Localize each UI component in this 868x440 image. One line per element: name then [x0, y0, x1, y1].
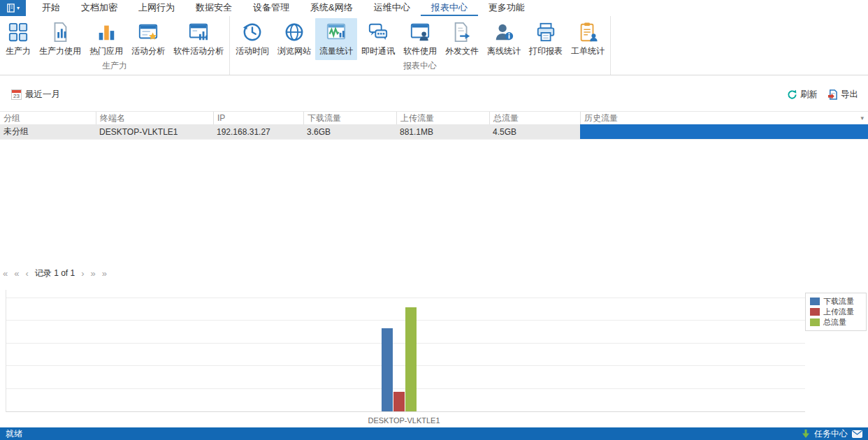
status-bar: 就绪 任务中心	[0, 427, 868, 440]
traffic-bar-chart: DESKTOP-VLKTLE1 下载流量 上传流量 总流量	[0, 284, 868, 426]
export-label: 导出	[841, 89, 858, 101]
first-page-icon[interactable]: «	[3, 269, 8, 278]
app-menu-button[interactable]: ▾	[0, 0, 26, 16]
tab-web-behavior[interactable]: 上网行为	[128, 0, 185, 16]
clipboard-user-icon	[577, 20, 599, 44]
ribbon-item-browse-websites[interactable]: 浏览网站	[273, 18, 315, 60]
toolbar-right: 刷新 导出	[787, 89, 858, 101]
refresh-button[interactable]: 刷新	[787, 89, 818, 101]
ribbon-item-offline-stats[interactable]: 离线统计	[483, 18, 525, 60]
column-header-download[interactable]: 下载流量	[303, 112, 396, 124]
ribbon-item-activity-analysis[interactable]: 活动分析	[127, 18, 169, 60]
ribbon-item-hot-apps[interactable]: 热门应用	[85, 18, 127, 60]
clock-icon	[241, 20, 263, 44]
ribbon-item-activity-time[interactable]: 活动时间	[231, 18, 273, 60]
ribbon-item-software-usage[interactable]: 软件使用	[399, 18, 441, 60]
table-row[interactable]: 未分组 DESKTOP-VLKTLE1 192.168.31.27 3.6GB …	[0, 124, 868, 140]
notebook-icon	[6, 3, 15, 13]
cell-history-bar	[580, 124, 868, 139]
record-count-label: 记录 1 of 1	[35, 267, 75, 279]
app-window: ▾ 开始 文档加密 上网行为 数据安全 设备管理 系统&网络 运维中心 报表中心…	[0, 0, 868, 440]
chevron-down-icon: ▾	[17, 6, 20, 11]
fast-next-page-icon[interactable]: »	[91, 269, 96, 278]
ribbon-item-label: 浏览网站	[277, 45, 311, 57]
chart-plot-area	[6, 290, 805, 412]
chevron-down-icon[interactable]: ▾	[860, 115, 864, 122]
ribbon-item-instant-messaging[interactable]: 即时通讯	[357, 18, 399, 60]
bar-download[interactable]	[382, 328, 393, 411]
window-bars-icon	[187, 20, 210, 44]
window-star-icon	[137, 20, 159, 44]
legend-item-total[interactable]: 总流量	[810, 317, 862, 328]
tab-ops-center[interactable]: 运维中心	[363, 0, 421, 16]
export-button[interactable]: 导出	[827, 89, 858, 101]
globe-icon	[283, 20, 305, 44]
ribbon-item-label: 生产力	[6, 45, 31, 57]
tab-report-center[interactable]: 报表中心	[421, 0, 478, 16]
ribbon-item-label: 活动分析	[131, 45, 165, 57]
tab-data-security[interactable]: 数据安全	[185, 0, 243, 16]
user-info-icon	[493, 20, 515, 44]
bar-chart-icon	[95, 20, 117, 44]
ribbon: 生产力 生产力使用 热门应用 活动分析 软件活动分析	[0, 16, 868, 75]
ribbon-item-software-activity-analysis[interactable]: 软件活动分析	[169, 18, 228, 60]
tab-system-network[interactable]: 系统&网络	[300, 0, 363, 16]
status-ready-label: 就绪	[6, 428, 22, 440]
ribbon-item-label: 即时通讯	[361, 45, 395, 57]
fast-prev-page-icon[interactable]: «	[14, 269, 19, 278]
window-user-icon	[409, 20, 431, 44]
tab-device-mgmt[interactable]: 设备管理	[243, 0, 300, 16]
menu-tabs: 开始 文档加密 上网行为 数据安全 设备管理 系统&网络 运维中心 报表中心 更…	[31, 0, 535, 16]
column-header-terminal[interactable]: 终端名	[96, 112, 213, 124]
column-header-history[interactable]: 历史流量▾	[580, 112, 868, 124]
ribbon-item-outgoing-files[interactable]: 外发文件	[441, 18, 483, 60]
tab-start[interactable]: 开始	[31, 0, 71, 16]
ribbon-item-productivity[interactable]: 生产力	[1, 18, 35, 60]
bar-upload[interactable]	[393, 392, 405, 412]
legend-swatch-upload	[810, 308, 820, 316]
cell-terminal: DESKTOP-VLKTLE1	[96, 124, 213, 139]
ribbon-item-label: 工单统计	[571, 45, 605, 57]
date-range-filter[interactable]: 23 最近一月	[11, 89, 60, 101]
column-header-history-label: 历史流量	[584, 112, 618, 124]
column-header-ip[interactable]: IP	[213, 112, 303, 124]
legend-item-upload[interactable]: 上传流量	[810, 307, 862, 317]
ribbon-item-label: 软件使用	[403, 45, 437, 57]
message-icon[interactable]	[852, 430, 862, 438]
ribbon-item-ticket-stats[interactable]: 工单统计	[567, 18, 609, 60]
traffic-stats-icon	[325, 20, 347, 44]
next-page-icon[interactable]: ›	[81, 269, 84, 278]
prev-page-icon[interactable]: ‹	[25, 269, 28, 278]
ribbon-item-label: 软件活动分析	[173, 45, 224, 57]
tab-doc-encryption[interactable]: 文档加密	[71, 0, 128, 16]
task-center-label: 任务中心	[814, 428, 848, 440]
ribbon-item-label: 生产力使用	[39, 45, 81, 57]
last-page-icon[interactable]: »	[102, 269, 107, 278]
ribbon-item-productivity-usage[interactable]: 生产力使用	[35, 18, 85, 60]
grid-icon	[7, 20, 29, 44]
legend-label: 总流量	[823, 317, 846, 328]
ribbon-item-label: 热门应用	[89, 45, 123, 57]
refresh-label: 刷新	[800, 89, 818, 101]
ribbon-item-label: 流量统计	[319, 45, 353, 57]
legend-item-download[interactable]: 下载流量	[810, 296, 862, 307]
ribbon-item-print-report[interactable]: 打印报表	[525, 18, 567, 60]
ribbon-item-label: 打印报表	[529, 45, 563, 57]
ribbon-item-traffic-stats[interactable]: 流量统计	[315, 18, 357, 60]
printer-icon	[535, 20, 557, 44]
task-center-button[interactable]: 任务中心	[802, 428, 862, 440]
file-export-icon	[451, 20, 473, 44]
column-header-upload[interactable]: 上传流量	[396, 112, 489, 124]
document-chart-icon	[49, 20, 71, 44]
column-header-group[interactable]: 分组	[0, 112, 96, 124]
legend-swatch-total	[810, 318, 820, 326]
column-header-total[interactable]: 总流量	[489, 112, 580, 124]
cell-download: 3.6GB	[303, 124, 396, 139]
cell-group: 未分组	[0, 124, 96, 139]
legend-label: 上传流量	[823, 307, 854, 317]
export-icon	[827, 89, 838, 100]
tab-more-functions[interactable]: 更多功能	[478, 0, 535, 16]
bar-total[interactable]	[405, 307, 417, 411]
download-arrow-icon	[802, 430, 810, 439]
cell-ip: 192.168.31.27	[213, 124, 303, 139]
